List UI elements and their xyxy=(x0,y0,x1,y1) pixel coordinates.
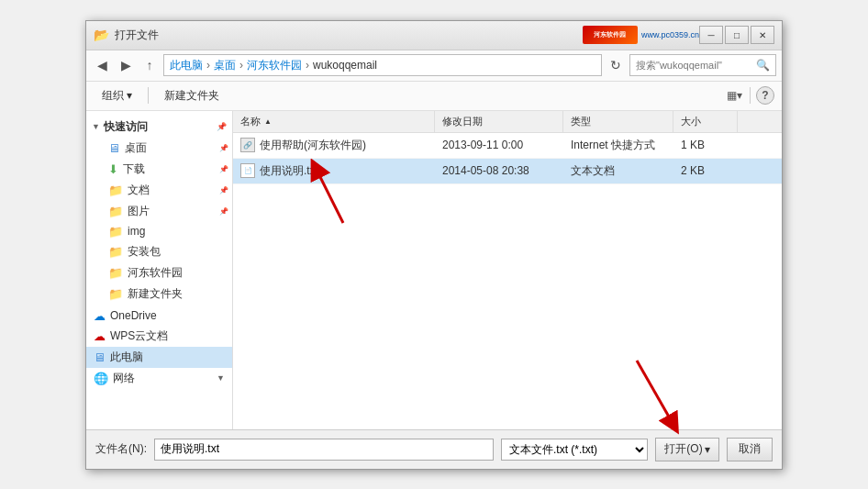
logo-box: 河东软件园 xyxy=(583,26,638,44)
views-button[interactable]: ▦▾ xyxy=(724,85,744,106)
file-area: 名称 ▲ 修改日期 类型 大小 🔗 xyxy=(233,111,782,429)
sidebar-item-img[interactable]: 📁 img xyxy=(86,222,232,241)
minimize-button[interactable]: ─ xyxy=(699,26,723,44)
forward-button[interactable]: ▶ xyxy=(116,55,136,75)
sidebar-item-onedrive[interactable]: ☁ OneDrive xyxy=(86,306,232,326)
open-button[interactable]: 打开(O) ▾ xyxy=(655,438,719,461)
cancel-button[interactable]: 取消 xyxy=(727,438,773,461)
sidebar-item-docs[interactable]: 📁 文档 📌 xyxy=(86,180,232,201)
breadcrumb-desktop[interactable]: 桌面 xyxy=(214,58,236,73)
col-header-type[interactable]: 类型 xyxy=(563,111,673,132)
breadcrumb-hedong[interactable]: 河东软件园 xyxy=(247,58,302,73)
desktop-icon: 🖥 xyxy=(108,141,120,155)
filetype-select[interactable]: 文本文件.txt (*.txt) xyxy=(501,439,648,461)
pics-icon: 📁 xyxy=(108,205,123,218)
file-name-0: 🔗 使用帮助(河东软件园) xyxy=(233,138,435,153)
main-area: ▼ 快速访问 📌 🖥 桌面 📌 ⬇ 下载 📌 📁 xyxy=(86,111,782,429)
pin-download-icon: 📌 xyxy=(219,165,228,173)
sidebar-label-newfolder: 新建文件夹 xyxy=(128,286,183,302)
file-size-0: 1 KB xyxy=(673,139,738,151)
file-date-0: 2013-09-11 0:00 xyxy=(435,139,563,151)
sidebar-label-wps: WPS云文档 xyxy=(110,328,168,344)
title-bar-controls: ─ □ ✕ xyxy=(699,26,774,44)
address-bar: ◀ ▶ ↑ 此电脑 › 桌面 › 河东软件园 › wukoqqemail ↻ 🔍 xyxy=(86,50,782,82)
col-header-size[interactable]: 大小 xyxy=(673,111,738,132)
onedrive-icon: ☁ xyxy=(94,309,106,323)
toolbar-sep2 xyxy=(750,87,751,104)
sidebar-item-download[interactable]: ⬇ 下载 📌 xyxy=(86,159,232,180)
sidebar-label-onedrive: OneDrive xyxy=(110,309,157,322)
breadcrumb: 此电脑 › 桌面 › 河东软件园 › wukoqqemail xyxy=(163,54,602,76)
toolbar-separator xyxy=(148,87,149,104)
sidebar-section-quickaccess: ▼ 快速访问 📌 🖥 桌面 📌 ⬇ 下载 📌 📁 xyxy=(86,117,232,305)
table-row[interactable]: 📄 使用说明.txt 2014-05-08 20:38 文本文档 2 KB xyxy=(233,159,782,184)
logo-area: 河东软件园 www.pc0359.cn xyxy=(583,26,699,44)
file-date-1: 2014-05-08 20:38 xyxy=(435,164,563,177)
file-name-1: 📄 使用说明.txt xyxy=(233,163,435,179)
pin-icon: 📌 xyxy=(217,122,227,131)
bottom-bar: 文件名(N): 文本文件.txt (*.txt) 打开(O) ▾ 取消 xyxy=(86,429,782,469)
sidebar-label-desktop: 桌面 xyxy=(125,140,147,156)
toolbar-views: ▦▾ ? xyxy=(724,85,774,106)
quickaccess-label: 快速访问 xyxy=(104,119,148,135)
pin-desktop-icon: 📌 xyxy=(219,144,228,152)
col-header-name[interactable]: 名称 ▲ xyxy=(233,111,435,132)
filename-label: 文件名(N): xyxy=(95,441,147,457)
wps-icon: ☁ xyxy=(94,329,106,343)
search-input[interactable] xyxy=(636,60,756,71)
back-button[interactable]: ◀ xyxy=(92,55,112,75)
sidebar-label-download: 下载 xyxy=(123,161,145,177)
breadcrumb-thispc[interactable]: 此电脑 xyxy=(170,58,203,73)
file-icon-link: 🔗 xyxy=(240,138,255,152)
help-button[interactable]: ? xyxy=(756,86,774,105)
hedong-folder-icon: 📁 xyxy=(108,266,123,280)
title-bar: 📂 打开文件 河东软件园 www.pc0359.cn ─ □ ✕ xyxy=(86,21,782,50)
sidebar-item-thispc[interactable]: 🖥 此电脑 xyxy=(86,347,232,368)
search-icon: 🔍 xyxy=(756,59,770,72)
network-expand-icon: ▼ xyxy=(217,373,225,383)
sidebar-label-docs: 文档 xyxy=(128,183,150,198)
sidebar-item-hedong[interactable]: 📁 河东软件园 xyxy=(86,262,232,283)
pin-pics-icon: 📌 xyxy=(219,207,228,216)
sidebar-label-thispc: 此电脑 xyxy=(110,350,143,365)
sidebar-label-img: img xyxy=(128,225,145,238)
table-row[interactable]: 🔗 使用帮助(河东软件园) 2013-09-11 0:00 Internet 快… xyxy=(233,133,782,159)
sidebar-item-network[interactable]: 🌐 网络 ▼ xyxy=(86,368,232,389)
file-list-header: 名称 ▲ 修改日期 类型 大小 xyxy=(233,111,782,133)
newfolder-icon: 📁 xyxy=(108,287,123,301)
search-box[interactable]: 🔍 xyxy=(629,54,776,76)
sidebar-label-network: 网络 xyxy=(113,371,135,386)
open-dropdown-icon: ▾ xyxy=(705,443,710,456)
sidebar-label-hedong: 河东软件园 xyxy=(128,265,183,281)
file-type-1: 文本文档 xyxy=(563,163,673,179)
maximize-button[interactable]: □ xyxy=(725,26,749,44)
organize-button[interactable]: 组织 ▾ xyxy=(94,84,140,106)
file-icon-txt: 📄 xyxy=(240,163,255,178)
sidebar-item-newfolder[interactable]: 📁 新建文件夹 xyxy=(86,283,232,305)
thispc-icon: 🖥 xyxy=(94,350,106,364)
docs-icon: 📁 xyxy=(108,183,123,197)
sidebar-item-pics[interactable]: 📁 图片 📌 xyxy=(86,201,232,222)
chevron-icon: ▼ xyxy=(92,122,100,131)
new-folder-button[interactable]: 新建文件夹 xyxy=(156,84,228,106)
close-button[interactable]: ✕ xyxy=(751,26,774,44)
breadcrumb-current: wukoqqemail xyxy=(313,59,377,72)
refresh-button[interactable]: ↻ xyxy=(606,55,626,75)
sidebar-item-install[interactable]: 📁 安装包 xyxy=(86,241,232,262)
toolbar: 组织 ▾ 新建文件夹 ▦▾ ? xyxy=(86,82,782,111)
sidebar-label-install: 安装包 xyxy=(128,244,161,260)
filename-input[interactable] xyxy=(154,439,494,461)
sidebar-quickaccess-header[interactable]: ▼ 快速访问 📌 xyxy=(86,117,232,138)
install-folder-icon: 📁 xyxy=(108,245,123,259)
sidebar: ▼ 快速访问 📌 🖥 桌面 📌 ⬇ 下载 📌 📁 xyxy=(86,111,233,429)
sidebar-label-pics: 图片 xyxy=(128,204,150,219)
pin-docs-icon: 📌 xyxy=(219,186,228,194)
download-icon: ⬇ xyxy=(108,162,118,176)
file-list: 🔗 使用帮助(河东软件园) 2013-09-11 0:00 Internet 快… xyxy=(233,133,782,429)
file-size-1: 2 KB xyxy=(673,164,738,177)
col-header-date[interactable]: 修改日期 xyxy=(435,111,563,132)
logo-url: www.pc0359.cn xyxy=(641,30,699,39)
sidebar-item-wps[interactable]: ☁ WPS云文档 xyxy=(86,326,232,347)
sidebar-item-desktop[interactable]: 🖥 桌面 📌 xyxy=(86,138,232,159)
up-button[interactable]: ↑ xyxy=(139,55,160,75)
